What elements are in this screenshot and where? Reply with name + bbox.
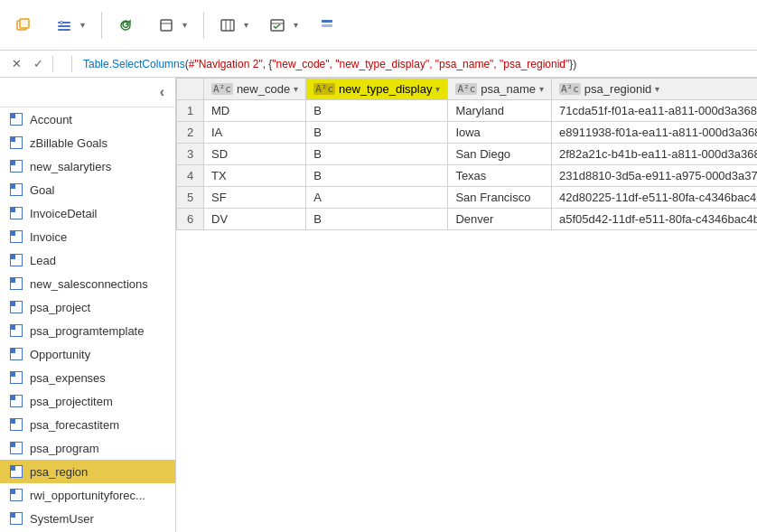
table-row: 4TXBTexas231d8810-3d5a-e911-a975-000d3a3… [177, 165, 758, 187]
sidebar-item-label: psa_projectitem [30, 395, 113, 408]
formula-bar-x[interactable]: ✕ [7, 55, 25, 73]
sidebar-item-label: rwi_opportunityforec... [30, 489, 145, 502]
toolbar: ▾ ▾ ▾ [0, 0, 757, 51]
sidebar-item-goal[interactable]: Goal [0, 178, 175, 201]
sidebar-item-psa-expenses[interactable]: psa_expenses [0, 366, 175, 389]
sidebar-item-label: zBillable Goals [30, 136, 107, 150]
sidebar-item-zbillable-goals[interactable]: zBillable Goals [0, 131, 175, 154]
cell-row_num: 2 [177, 122, 204, 144]
table-icon [9, 370, 23, 385]
sidebar-item-label: new_salarytiers [30, 160, 111, 173]
sidebar-item-systemuser[interactable]: SystemUser [0, 507, 175, 530]
svg-rect-11 [271, 20, 284, 31]
cell-row_num: 5 [177, 187, 204, 209]
svg-rect-3 [58, 25, 70, 27]
main-layout: ‹ AccountzBillable Goalsnew_salarytiersG… [0, 78, 757, 532]
sidebar-item-psa-project[interactable]: psa_project [0, 295, 175, 319]
transform-table-button[interactable]: ▾ [261, 14, 307, 37]
svg-rect-1 [20, 19, 29, 28]
formula-expression[interactable]: Table.SelectColumns(#"Navigation 2", {"n… [83, 58, 750, 70]
table-row: 5SFASan Francisco42d80225-11df-e511-80fa… [177, 187, 758, 209]
sidebar-item-psa-program[interactable]: psa_program [0, 436, 175, 460]
sidebar-item-label: Lead [30, 254, 56, 267]
col-type-icon-psa_regionid: A²c [559, 83, 581, 95]
col-filter-psa_name[interactable]: ▾ [539, 84, 544, 94]
table-icon [9, 441, 23, 455]
data-grid-wrapper[interactable]: A²c new_code ▾ A²c new_type_display ▾ A²… [176, 78, 757, 532]
svg-point-5 [61, 21, 63, 23]
svg-rect-14 [322, 24, 332, 27]
refresh-button[interactable] [109, 14, 146, 37]
formula-fields: "new_code", "new_type_display", "psa_nam… [272, 58, 569, 70]
col-header-new_code[interactable]: A²c new_code ▾ [204, 79, 306, 100]
table-row: 1MDBMaryland71cda51f-f01a-ea11-a811-000d… [177, 100, 758, 122]
formula-nav-ref: #"Navigation 2" [189, 58, 263, 70]
manage-params-chevron: ▾ [80, 20, 85, 30]
data-grid: A²c new_code ▾ A²c new_type_display ▾ A²… [176, 78, 757, 230]
get-data-button[interactable] [7, 14, 44, 37]
cell-psa_name: Denver [448, 209, 552, 230]
sidebar-item-new-salarytiers[interactable]: new_salarytiers [0, 154, 175, 178]
cell-new_type_display: B [306, 100, 448, 122]
col-header-psa_name[interactable]: A²c psa_name ▾ [448, 79, 552, 100]
cell-psa_name: San Francisco [448, 187, 552, 209]
sidebar-item-invoicedetail[interactable]: InvoiceDetail [0, 201, 175, 225]
col-filter-psa_regionid[interactable]: ▾ [655, 84, 659, 94]
sidebar-item-opportunity[interactable]: Opportunity [0, 342, 175, 366]
sidebar-item-label: psa_programtemplate [30, 324, 144, 338]
sidebar-item-label: Account [30, 113, 72, 126]
sidebar-item-new-salesconnections[interactable]: new_salesconnections [0, 272, 175, 295]
sidebar-item-psa-forecastitem[interactable]: psa_forecastitem [0, 413, 175, 436]
cell-new_type_display: B [306, 209, 448, 230]
sidebar-item-label: psa_forecastitem [30, 418, 119, 432]
sidebar-item-invoice[interactable]: Invoice [0, 225, 175, 248]
table-icon [9, 206, 23, 220]
cell-psa_regionid: 42d80225-11df-e511-80fa-c4346bac4b64 [551, 187, 757, 209]
grid-header-row: A²c new_code ▾ A²c new_type_display ▾ A²… [177, 79, 758, 100]
col-label-psa_regionid: psa_regionid [584, 82, 651, 96]
col-label-new_type_display: new_type_display [339, 82, 432, 96]
table-icon [9, 112, 23, 126]
col-filter-new_type_display[interactable]: ▾ [435, 84, 440, 94]
sidebar-item-account[interactable]: Account [0, 107, 175, 131]
grid-header: A²c new_code ▾ A²c new_type_display ▾ A²… [177, 79, 758, 100]
col-filter-new_code[interactable]: ▾ [294, 84, 298, 94]
table-icon [9, 323, 23, 338]
table-icon [9, 300, 23, 314]
cell-psa_regionid: 2f82a21c-b41b-ea11-a811-000d3a36880e [551, 144, 757, 165]
cell-row_num: 4 [177, 165, 204, 187]
col-header-new_type_display[interactable]: A²c new_type_display ▾ [306, 79, 448, 100]
sidebar-item-psa-region[interactable]: psa_region [0, 460, 175, 483]
sidebar-item-label: psa_project [30, 301, 90, 314]
formula-bar-check[interactable]: ✓ [29, 55, 47, 73]
table-icon [9, 159, 23, 173]
col-header-psa_regionid[interactable]: A²c psa_regionid ▾ [551, 79, 757, 100]
sidebar-item-label: psa_region [30, 465, 88, 479]
svg-rect-4 [58, 29, 70, 31]
sidebar-item-psa-projectitem[interactable]: psa_projectitem [0, 389, 175, 413]
options-button[interactable]: ▾ [150, 14, 196, 37]
cell-new_code: TX [204, 165, 306, 187]
get-data-icon [16, 18, 31, 33]
table-icon [9, 511, 23, 526]
toolbar-divider-2 [203, 12, 204, 39]
table-icon [9, 253, 23, 267]
svg-rect-13 [322, 20, 332, 23]
sidebar-item-label: InvoiceDetail [30, 207, 97, 220]
manage-columns-button[interactable]: ▾ [211, 14, 257, 37]
sidebar-item-rwi-opportunityforec---[interactable]: rwi_opportunityforec... [0, 483, 175, 507]
sidebar-item-label: psa_program [30, 442, 99, 455]
sidebar-item-lead[interactable]: Lead [0, 248, 175, 272]
cell-row_num: 6 [177, 209, 204, 230]
reduce-rows-button[interactable] [311, 14, 348, 37]
table-icon [9, 135, 23, 150]
manage-params-button[interactable]: ▾ [48, 14, 94, 37]
sidebar-item-psa-programtemplate[interactable]: psa_programtemplate [0, 319, 175, 342]
manage-columns-icon [220, 18, 235, 33]
sidebar-collapse-button[interactable]: ‹ [160, 85, 164, 99]
sidebar-item-label: psa_expenses [30, 371, 106, 385]
cell-new_type_display: B [306, 144, 448, 165]
col-type-icon-new_code: A²c [211, 83, 233, 95]
sidebar-item-label: Invoice [30, 230, 67, 244]
col-type-icon-psa_name: A²c [455, 83, 477, 95]
